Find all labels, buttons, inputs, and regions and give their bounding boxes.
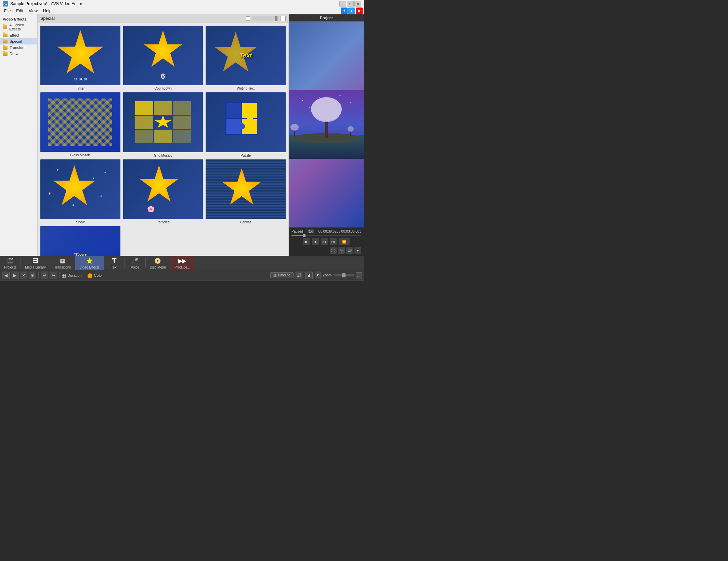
menu-help[interactable]: Help (40, 8, 54, 14)
size-control (246, 16, 286, 21)
duration-button[interactable]: ▦ Duration (62, 273, 82, 278)
folder-icon (3, 34, 8, 37)
writing-text-preview: Text (239, 52, 252, 59)
size-large-icon[interactable] (280, 16, 286, 21)
toolbar-media-library[interactable]: 🎞 Media Library (21, 256, 50, 270)
text-icon: T (110, 257, 118, 265)
more-options-button[interactable]: ▼ (354, 247, 361, 254)
folder-icon (3, 25, 7, 29)
stop-button[interactable]: ■ (312, 238, 319, 245)
effect-grid-label: Grid Mosaic (154, 154, 172, 157)
window-controls: ─ □ ✕ (339, 1, 361, 6)
effect-text[interactable]: Text Text (40, 225, 121, 256)
preview-panel: Project (289, 14, 364, 256)
effect-writing-text[interactable]: Text Writing Text (205, 25, 286, 90)
volume-button[interactable]: 🔊 (346, 247, 353, 254)
sidebar-item-special[interactable]: Special (0, 38, 37, 44)
timeline-view-button[interactable]: ▦ Timeline (270, 272, 293, 278)
audio-settings-button[interactable]: 🔊 (296, 272, 303, 279)
nav-next-button[interactable]: ▶ (11, 272, 18, 279)
effect-grid-mosaic[interactable]: Grid Mosaic (122, 92, 204, 157)
sidebar-item-all[interactable]: All Video Effects (0, 22, 37, 32)
sidebar-item-transform[interactable]: Transform (0, 44, 37, 51)
facebook-icon[interactable]: f (341, 8, 348, 14)
sidebar-item-effect[interactable]: Effect (0, 32, 37, 38)
toolbar-voice[interactable]: 🎤 Voice (125, 256, 145, 270)
preview-extras: ⛶ 📷 🔊 ▼ (290, 246, 363, 255)
svg-rect-22 (289, 90, 364, 159)
toolbar-text[interactable]: T Text (104, 256, 125, 270)
video-preview-image (289, 22, 364, 227)
effect-glass-mosaic[interactable]: Glass Mosaic (40, 92, 121, 157)
svg-point-4 (246, 115, 253, 121)
effects-grid: 00:00:00 Timer 6 Countdown (38, 23, 288, 256)
size-small-icon[interactable] (246, 16, 250, 21)
menu-file[interactable]: File (1, 8, 13, 14)
effect-snow[interactable]: ❄ ❄ ❄ ❄ ❄ ❄ Snow (40, 159, 121, 224)
timeline-icon: ▦ (273, 273, 276, 277)
flower-decoration: 🌸 (147, 205, 155, 213)
timeline-separator (59, 272, 60, 278)
screenshot-button[interactable]: 📷 (338, 247, 345, 254)
preview-controls: Paused 1x 00:00:39.626 / 00:03:36.083 ▶ … (289, 227, 364, 256)
playback-controls: ▶ ■ ⏮ ⏭ ⏩ (290, 237, 363, 246)
delete-button[interactable]: ✕ (20, 272, 27, 279)
window-title: Sample Project.vep* - AVS Video Editor (10, 1, 339, 6)
effect-timer-label: Timer (76, 87, 84, 90)
folder-icon (3, 46, 8, 50)
maximize-button[interactable]: □ (347, 1, 354, 6)
loop-button[interactable]: ⏩ (339, 238, 350, 245)
toolbar: 🎬 Projects 🎞 Media Library ▦ Transitions… (0, 256, 364, 270)
projects-icon: 🎬 (6, 257, 14, 265)
youtube-icon[interactable]: ▶ (356, 8, 363, 14)
toolbar-transitions[interactable]: ▦ Transitions (50, 256, 75, 270)
preview-progress-bar[interactable] (291, 235, 361, 236)
social-icons: f t ▶ (341, 8, 363, 14)
progress-thumb (303, 234, 306, 237)
effects-title: Special (40, 16, 55, 21)
effect-puzzle-label: Puzzle (240, 154, 251, 157)
zoom-fit-button[interactable]: ⛶ (356, 272, 362, 278)
folder-icon (3, 40, 8, 43)
effect-countdown[interactable]: 6 Countdown (122, 25, 204, 90)
zoom-slider[interactable] (334, 274, 354, 276)
size-slider[interactable] (251, 16, 279, 21)
folder-icon (3, 52, 8, 56)
menu-view[interactable]: View (26, 8, 40, 14)
timeline-separator (38, 272, 39, 278)
glass-pattern (48, 99, 112, 146)
effect-timer[interactable]: 00:00:00 Timer (40, 25, 121, 90)
effects-panel: Special 00:00:00 Timer (38, 14, 289, 256)
text-preview: Text (74, 252, 87, 256)
close-button[interactable]: ✕ (354, 1, 361, 6)
dropdown-arrow[interactable]: ▼ (315, 272, 321, 279)
menu-edit[interactable]: Edit (13, 8, 26, 14)
delete-alt-button[interactable]: ⊗ (29, 272, 36, 279)
preview-status-bar: Paused 1x 00:00:39.626 / 00:03:36.083 (290, 229, 363, 234)
twitter-icon[interactable]: t (348, 8, 355, 14)
nav-prev-button[interactable]: ◀ (2, 272, 10, 279)
fullscreen-button[interactable]: ⛶ (330, 247, 337, 254)
effect-canvas[interactable]: Canvas (205, 159, 286, 224)
effect-puzzle[interactable]: Puzzle (205, 92, 286, 157)
undo-button[interactable]: ↩ (41, 272, 48, 279)
effect-snow-label: Snow (76, 220, 84, 224)
sidebar-item-draw[interactable]: Draw (0, 51, 37, 57)
zoom-control: Zoom: ⛶ (323, 272, 362, 278)
play-button[interactable]: ▶ (303, 238, 310, 245)
display-settings-button[interactable]: 🖥 (305, 272, 313, 279)
effect-particles[interactable]: 🌸 Particles (122, 159, 204, 224)
toolbar-produce[interactable]: ▶▶ Produce... (170, 256, 194, 270)
minimize-button[interactable]: ─ (339, 1, 346, 6)
toolbar-projects[interactable]: 🎬 Projects (0, 256, 21, 270)
redo-button[interactable]: ↪ (50, 272, 57, 279)
color-button[interactable]: ⬤ Color (87, 273, 103, 278)
sidebar-title: Video Effects (0, 16, 37, 22)
prev-frame-button[interactable]: ⏮ (321, 238, 328, 245)
toolbar-video-effects[interactable]: ⭐ Video Effects (75, 256, 104, 270)
toolbar-transitions-label: Transitions (54, 265, 71, 269)
toolbar-disc-menu[interactable]: 📀 Disc Menu (146, 256, 170, 270)
star-decoration (56, 30, 104, 78)
titlebar: AV Sample Project.vep* - AVS Video Edito… (0, 0, 364, 8)
next-frame-button[interactable]: ⏭ (330, 238, 337, 245)
